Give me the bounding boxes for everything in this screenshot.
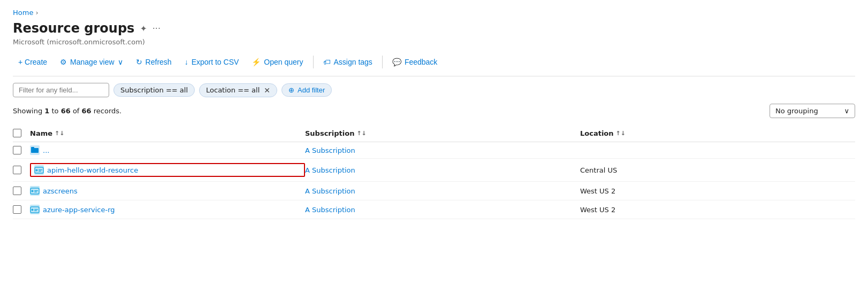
more-options-icon[interactable]: ··· [153, 24, 161, 34]
resource-group-icon-0 [34, 165, 44, 175]
location-filter-label: Location == all [206, 86, 260, 94]
filter-row: Subscription == all Location == all ✕ ⊕ … [13, 83, 855, 97]
partial-row-subscription[interactable]: A Subscription [305, 146, 355, 154]
table-row: apim-hello-world-resource A Subscription… [13, 159, 855, 182]
export-csv-button[interactable]: ↓ Export to CSV [179, 55, 245, 69]
resource-table: Name ↑↓ Subscription ↑↓ Location ↑↓ ... … [13, 125, 855, 219]
grouping-dropdown[interactable]: No grouping ∨ [770, 104, 855, 118]
assign-tags-button[interactable]: 🏷 Assign tags [318, 55, 378, 69]
location-filter-pill[interactable]: Location == all ✕ [199, 83, 277, 97]
feedback-button[interactable]: 💬 Feedback [387, 55, 443, 69]
location-filter-close-icon[interactable]: ✕ [264, 86, 270, 95]
svg-rect-16 [34, 209, 38, 210]
svg-point-5 [36, 169, 38, 172]
subscription-filter-label: Subscription == all [120, 86, 188, 94]
feedback-icon: 💬 [392, 58, 401, 66]
svg-rect-11 [34, 190, 38, 191]
page-title-row: Resource groups ✦ ··· [13, 21, 855, 36]
add-filter-button[interactable]: ⊕ Add filter [281, 83, 332, 97]
create-button[interactable]: + Create [13, 55, 52, 69]
location-1: West US 2 [580, 187, 615, 195]
toolbar: + Create ⚙ Manage view ∨ ↻ Refresh ↓ Exp… [13, 55, 855, 76]
resource-link-1[interactable]: azscreens [43, 187, 78, 195]
resource-group-icon-partial [30, 145, 40, 155]
add-filter-icon: ⊕ [288, 86, 294, 94]
toolbar-divider-1 [313, 56, 314, 68]
location-2: West US 2 [580, 206, 615, 214]
breadcrumb-separator: › [35, 9, 38, 17]
row-checkbox-1[interactable] [13, 187, 21, 195]
table-row: azscreens A Subscription West US 2 [13, 182, 855, 200]
table-header: Name ↑↓ Subscription ↑↓ Location ↑↓ [13, 125, 855, 142]
open-query-button[interactable]: ⚡ Open query [246, 55, 308, 69]
subscription-sort-icon[interactable]: ↑↓ [356, 130, 366, 137]
svg-rect-2 [31, 147, 34, 149]
partial-table-row: ... A Subscription [13, 142, 855, 159]
pin-icon[interactable]: ✦ [140, 24, 147, 34]
svg-rect-6 [39, 169, 42, 170]
row-checkbox-0[interactable] [13, 166, 21, 174]
download-icon: ↓ [185, 58, 188, 66]
svg-rect-1 [31, 148, 39, 153]
records-count: Showing 1 to 66 of 66 records. [13, 107, 121, 115]
row-checkbox-partial[interactable] [13, 146, 21, 154]
refresh-button[interactable]: ↻ Refresh [131, 55, 177, 69]
resource-group-icon-1 [30, 186, 40, 196]
search-input[interactable] [13, 83, 109, 97]
records-row: Showing 1 to 66 of 66 records. No groupi… [13, 104, 855, 118]
resource-group-icon-2 [30, 205, 40, 214]
page-subtitle: Microsoft (microsoft.onmicrosoft.com) [13, 38, 855, 46]
svg-point-15 [32, 209, 34, 211]
svg-rect-7 [39, 171, 41, 172]
gear-icon: ⚙ [60, 58, 67, 66]
tag-icon: 🏷 [323, 58, 331, 66]
query-icon: ⚡ [252, 58, 261, 66]
chevron-down-icon: ∨ [844, 107, 849, 115]
records-to: 66 [61, 107, 71, 115]
resource-link-2[interactable]: azure-app-service-rg [43, 206, 115, 214]
toolbar-divider-2 [382, 56, 383, 68]
subscription-link-0[interactable]: A Subscription [305, 166, 355, 174]
subscription-filter-pill[interactable]: Subscription == all [113, 83, 195, 97]
col-header-location: Location ↑↓ [580, 129, 855, 137]
svg-rect-17 [34, 211, 37, 212]
col-header-name: Name ↑↓ [30, 129, 305, 137]
select-all-checkbox[interactable] [13, 129, 21, 137]
manage-view-button[interactable]: ⚙ Manage view ∨ [55, 55, 128, 69]
records-from: 1 [44, 107, 49, 115]
location-0: Central US [580, 166, 617, 174]
subscription-link-1[interactable]: A Subscription [305, 187, 355, 195]
location-sort-icon[interactable]: ↑↓ [616, 130, 626, 137]
name-sort-icon[interactable]: ↑↓ [55, 130, 64, 137]
resource-link-0[interactable]: apim-hello-world-resource [47, 166, 138, 174]
records-total: 66 [82, 107, 92, 115]
refresh-icon: ↻ [136, 58, 142, 66]
svg-rect-12 [34, 192, 37, 193]
table-row: azure-app-service-rg A Subscription West… [13, 200, 855, 219]
svg-point-10 [32, 190, 34, 192]
row-checkbox-2[interactable] [13, 205, 21, 214]
grouping-label: No grouping [775, 107, 818, 115]
page-title: Resource groups [13, 21, 134, 36]
breadcrumb: Home › [13, 9, 855, 17]
subscription-link-2[interactable]: A Subscription [305, 206, 355, 214]
breadcrumb-home[interactable]: Home [13, 9, 33, 17]
partial-row-name[interactable]: ... [43, 146, 49, 154]
chevron-down-icon: ∨ [118, 58, 123, 66]
col-header-subscription: Subscription ↑↓ [305, 129, 580, 137]
